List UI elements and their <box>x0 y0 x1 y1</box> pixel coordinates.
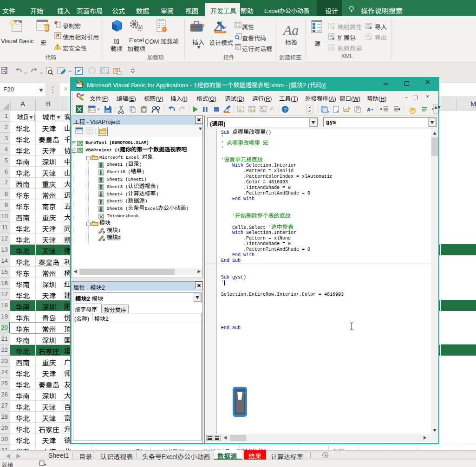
svg-text:?: ? <box>284 107 287 112</box>
svg-text:A: A <box>367 107 371 112</box>
